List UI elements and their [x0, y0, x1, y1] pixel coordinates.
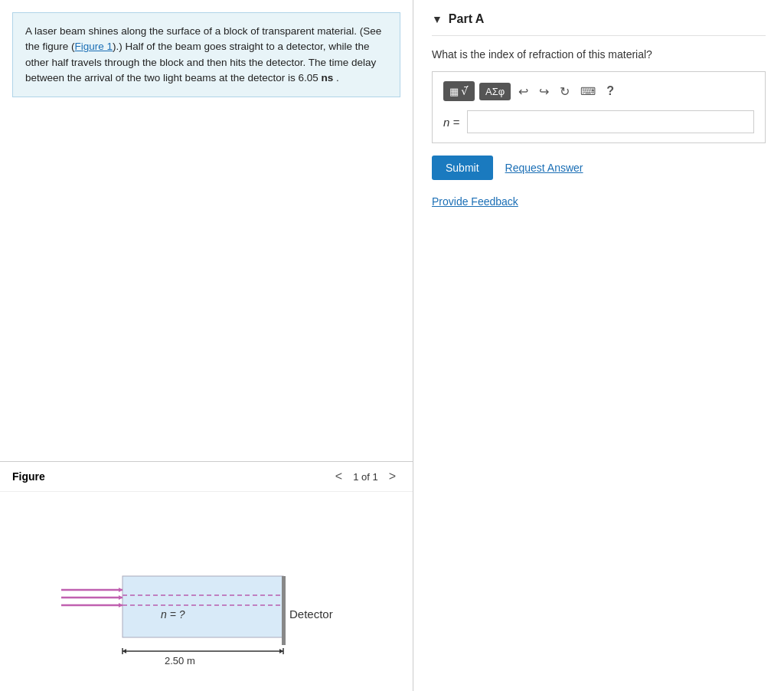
- problem-text: A laser beam shines along the surface of…: [25, 25, 381, 84]
- figure-page: 1 of 1: [353, 471, 378, 483]
- undo-button[interactable]: ↩: [515, 83, 531, 100]
- answer-input[interactable]: [467, 110, 754, 133]
- figure-link[interactable]: Figure 1: [75, 41, 113, 52]
- part-header: ▼ Part A: [432, 12, 766, 36]
- detector-bar: [282, 576, 286, 645]
- n-label: n =: [443, 116, 459, 129]
- figure-nav: < 1 of 1 >: [331, 468, 400, 485]
- figure-prev-button[interactable]: <: [331, 468, 347, 485]
- n-label: n = ?: [161, 608, 185, 621]
- figure-next-button[interactable]: >: [384, 468, 400, 485]
- arrowhead-top: [119, 588, 122, 592]
- figure-header: Figure < 1 of 1 >: [0, 462, 413, 492]
- keyboard-button[interactable]: ⌨: [577, 84, 599, 99]
- detector-label: Detector: [289, 607, 333, 621]
- distance-label: 2.50 m: [165, 655, 195, 666]
- arrowhead-bot: [119, 603, 122, 607]
- sqrt-icon: √̄: [461, 84, 469, 98]
- request-answer-button[interactable]: Request Answer: [505, 162, 583, 174]
- right-panel: ▼ Part A What is the index of refraction…: [413, 0, 784, 691]
- figure-section: Figure < 1 of 1 >: [0, 461, 413, 691]
- figure-content: Detector n = ? 2.50 m: [0, 492, 413, 691]
- help-button[interactable]: ?: [603, 83, 617, 100]
- problem-text-box: A laser beam shines along the surface of…: [12, 12, 400, 97]
- part-title: Part A: [449, 12, 485, 26]
- matrix-sqrt-button[interactable]: ▦ √̄: [443, 81, 475, 101]
- figure-title: Figure: [12, 470, 45, 483]
- question-text: What is the index of refraction of this …: [432, 48, 766, 61]
- answer-box: ▦ √̄ ΑΣφ ↩ ↪ ↻ ⌨ ? n =: [432, 71, 766, 143]
- arrowhead-mid: [119, 595, 122, 600]
- diagram-container: Detector n = ? 2.50 m: [46, 507, 368, 676]
- greek-label: ΑΣφ: [485, 86, 505, 97]
- part-collapse-arrow[interactable]: ▼: [432, 13, 443, 25]
- toolbar: ▦ √̄ ΑΣφ ↩ ↪ ↻ ⌨ ?: [443, 81, 754, 101]
- action-row: Submit Request Answer: [432, 156, 766, 180]
- provide-feedback-button[interactable]: Provide Feedback: [432, 195, 518, 208]
- input-row: n =: [443, 110, 754, 133]
- matrix-icon: ▦: [449, 86, 459, 97]
- refresh-button[interactable]: ↻: [557, 83, 573, 100]
- greek-button[interactable]: ΑΣφ: [479, 83, 511, 100]
- block-rect: [122, 576, 283, 637]
- submit-button[interactable]: Submit: [432, 156, 493, 180]
- redo-button[interactable]: ↪: [536, 83, 552, 100]
- left-panel: A laser beam shines along the surface of…: [0, 0, 413, 691]
- diagram-svg: Detector n = ? 2.50 m: [46, 507, 368, 676]
